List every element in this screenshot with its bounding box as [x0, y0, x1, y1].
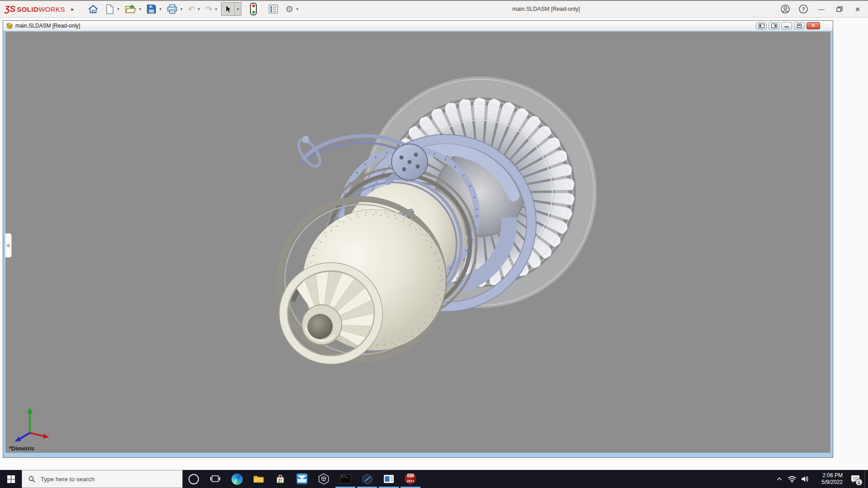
new-document-dropdown[interactable]: ▾: [117, 7, 119, 11]
chevron-up-icon: [776, 475, 783, 483]
select-cursor-icon: [224, 5, 231, 14]
taskbar-item-edge[interactable]: [226, 470, 248, 488]
viewport-frame: y x *Dimetric: [3, 31, 833, 457]
action-center-button[interactable]: 1: [846, 470, 864, 488]
system-tray: 2:06 PM 5/9/2022 1: [773, 470, 868, 488]
axis-y-label: y: [32, 406, 34, 410]
redo-icon: ↷: [205, 5, 212, 14]
user-account-icon: [780, 4, 790, 14]
redo-dropdown[interactable]: ▾: [215, 7, 217, 11]
network-button[interactable]: [786, 470, 798, 488]
clock-time: 2:06 PM: [813, 472, 843, 479]
account-button[interactable]: [778, 2, 792, 16]
traffic-light-icon: [250, 3, 257, 15]
feature-manager-collapsed-tab[interactable]: [5, 233, 12, 258]
print-button[interactable]: [165, 2, 179, 16]
taskbar-item-hexagon-app[interactable]: [356, 470, 378, 488]
document-title: main.SLDASM [Read-only]: [15, 23, 80, 29]
taskbar-item-store[interactable]: [269, 470, 291, 488]
orientation-triad: y x: [11, 405, 52, 445]
settings-dropdown[interactable]: ▾: [296, 7, 298, 11]
app-window-title: main.SLDASM [Read-only]: [512, 1, 580, 17]
open-folder-icon: [125, 4, 137, 14]
minimize-button[interactable]: —: [815, 2, 828, 16]
restore-button[interactable]: [833, 2, 846, 16]
taskbar-item-cortana[interactable]: [183, 470, 204, 488]
taskbar-search-input[interactable]: Type here to search: [22, 470, 183, 488]
windows-taskbar: Type here to search: [0, 470, 868, 488]
menu-expand-arrow-icon[interactable]: ▸: [71, 6, 74, 12]
save-button[interactable]: [145, 2, 158, 16]
solidworks-screen: ƷSSOLIDWORKS ▸: [0, 0, 868, 488]
taskbar-item-solidworks[interactable]: SW 2021: [400, 470, 421, 488]
3d-viewer-icon: [318, 473, 330, 485]
print-icon: [167, 4, 178, 14]
document-close-icon: ✕: [811, 23, 815, 28]
save-icon: [146, 4, 156, 14]
select-tool-dropdown[interactable]: ▾: [235, 3, 241, 15]
close-icon: ✕: [855, 6, 861, 13]
redo-button[interactable]: ↷: [204, 2, 214, 16]
undo-dropdown[interactable]: ▾: [198, 7, 200, 11]
print-dropdown[interactable]: ▾: [180, 7, 183, 11]
help-icon: ?: [798, 4, 808, 14]
taskbar-item-command-prompt[interactable]: C:\_: [335, 470, 356, 488]
taskbar-item-file-explorer[interactable]: [248, 470, 269, 488]
close-button[interactable]: ✕: [851, 2, 864, 16]
tray-expand-button[interactable]: [773, 470, 786, 488]
microsoft-store-icon: [275, 474, 286, 484]
document-window-controls: ✕: [756, 22, 820, 29]
viewport-canvas[interactable]: y x *Dimetric: [5, 32, 830, 453]
right-pane-icon: [771, 23, 777, 28]
solidworks-logo-mark: ƷS: [5, 4, 15, 14]
undo-button[interactable]: ↶: [186, 2, 196, 16]
search-icon: [28, 475, 36, 483]
edge-icon: [231, 474, 243, 485]
assembly-document-icon: [6, 23, 13, 29]
taskbar-clock[interactable]: 2:06 PM 5/9/2022: [813, 472, 843, 486]
volume-button[interactable]: [798, 470, 811, 488]
taskbar-item-mail[interactable]: [291, 470, 313, 488]
selection-filter-button[interactable]: [246, 2, 261, 16]
open-dropdown[interactable]: ▾: [139, 7, 142, 11]
clock-date: 5/9/2022: [813, 479, 843, 486]
document-restore-button[interactable]: [794, 22, 805, 29]
left-pane-toggle-button[interactable]: [756, 22, 767, 29]
restore-icon: [836, 6, 843, 12]
taskbar-item-app-window[interactable]: [378, 470, 400, 488]
notification-badge: 1: [855, 479, 863, 486]
solidworks-2021-icon: SW 2021: [404, 472, 417, 486]
undo-icon: ↶: [188, 5, 195, 14]
axis-x-label: x: [47, 430, 50, 435]
start-button[interactable]: [0, 470, 22, 488]
select-tool-button[interactable]: [222, 3, 235, 15]
home-icon: [88, 4, 99, 14]
show-desktop-button[interactable]: [864, 470, 868, 488]
gear-icon: ⚙: [285, 5, 293, 14]
document-minimize-icon: [784, 23, 789, 28]
properties-list-icon: [269, 5, 278, 14]
minimize-icon: —: [818, 6, 825, 12]
command-prompt-icon: C:\_: [340, 474, 351, 483]
save-dropdown[interactable]: ▾: [159, 7, 161, 11]
options-list-button[interactable]: [267, 2, 279, 16]
right-pane-toggle-button[interactable]: [769, 22, 779, 29]
settings-button[interactable]: ⚙: [284, 2, 295, 16]
app-window-controls: ? — ✕: [778, 1, 864, 17]
app-window-icon: [383, 474, 395, 484]
solidworks-logo: ƷSSOLIDWORKS: [5, 4, 65, 14]
file-explorer-icon: [253, 474, 264, 484]
document-minimize-button[interactable]: [781, 22, 792, 29]
document-close-button[interactable]: ✕: [807, 22, 820, 29]
taskbar-item-task-view[interactable]: [204, 470, 226, 488]
new-document-button[interactable]: [104, 2, 116, 16]
document-title-bar[interactable]: main.SLDASM [Read-only]: [3, 21, 833, 31]
help-button[interactable]: ?: [797, 2, 810, 16]
cortana-icon: [189, 474, 199, 484]
taskbar-item-3d-viewer[interactable]: [313, 470, 335, 488]
open-button[interactable]: [123, 2, 138, 16]
select-tool-group: ▾: [221, 2, 241, 16]
mail-icon: [297, 474, 307, 484]
feature-manager-tab-dot-icon: [7, 244, 10, 247]
home-button[interactable]: [86, 2, 100, 16]
